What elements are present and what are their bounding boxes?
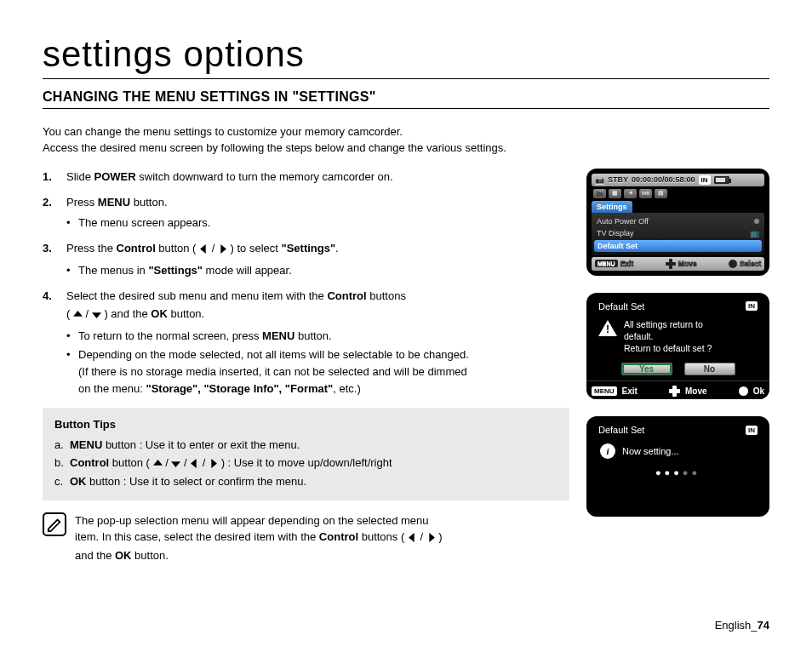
step-4-text-h: button. bbox=[168, 307, 204, 320]
right-arrow-icon bbox=[218, 242, 227, 259]
intro-line-1: You can change the menu settings to cust… bbox=[43, 124, 769, 140]
up-arrow-icon bbox=[153, 456, 163, 473]
step-4: Select the desired sub menu and menu ite… bbox=[43, 288, 569, 397]
focus-icon: ▦ bbox=[609, 189, 621, 198]
mode-icon: 🎬 bbox=[593, 189, 606, 198]
menu-badge: MENU bbox=[595, 260, 618, 267]
exit-label: Exit bbox=[622, 386, 638, 396]
lcd1-row-default-set: Default Set bbox=[594, 240, 762, 252]
left-arrow-icon bbox=[190, 456, 199, 473]
lcd1-stby: STBY bbox=[608, 175, 628, 184]
lcd1-tab: Settings bbox=[592, 201, 632, 213]
step-3-text-g: . bbox=[335, 242, 339, 255]
progress-dots: ●●●●● bbox=[600, 467, 756, 478]
step-2-text-a: Press bbox=[66, 196, 98, 209]
lcd3-header: Default Set IN bbox=[592, 421, 764, 440]
left-arrow-icon bbox=[199, 242, 209, 259]
step-3-sub-1: The menus in "Settings" mode will appear… bbox=[66, 262, 569, 279]
control-label-2: Control bbox=[327, 289, 366, 302]
instructions-column: Slide POWER switch downward to turn the … bbox=[43, 169, 569, 564]
select-label: Select bbox=[740, 260, 761, 268]
menu-label: MENU bbox=[98, 196, 130, 209]
step-2-sub-1: The menu screen appears. bbox=[66, 214, 569, 232]
lcd2-header: Default Set IN bbox=[592, 298, 764, 317]
step-1: Slide POWER switch downward to turn the … bbox=[43, 169, 569, 186]
lcd3-message: Now setting... bbox=[622, 446, 679, 456]
note-text: The pop-up selection menu will appear de… bbox=[75, 512, 443, 564]
in-badge: IN bbox=[746, 426, 758, 435]
step-4-slash: / bbox=[83, 307, 92, 320]
step-3-text-a: Press the bbox=[66, 242, 117, 255]
warning-icon bbox=[598, 320, 617, 336]
page-title: settings options bbox=[43, 34, 769, 79]
no-button[interactable]: No bbox=[684, 363, 735, 375]
nav-cross-icon bbox=[666, 259, 676, 269]
control-label: Control bbox=[117, 242, 156, 255]
step-2-text-c: button. bbox=[130, 196, 167, 209]
up-arrow-icon bbox=[73, 307, 83, 324]
lcd1-icon-row: 🎬 ▦ ☀ WB ▤ bbox=[592, 189, 764, 198]
yes-button[interactable]: Yes bbox=[621, 363, 672, 375]
power-label: POWER bbox=[94, 170, 136, 183]
step-4-text-a: Select the desired sub menu and menu ite… bbox=[66, 289, 327, 302]
step-4-text-f: ) and the bbox=[101, 307, 152, 320]
left-arrow-icon bbox=[408, 530, 417, 547]
down-arrow-icon bbox=[92, 307, 101, 324]
step-4-text-c: buttons bbox=[367, 289, 406, 302]
tip-c: c. OK button : Use it to select or confi… bbox=[54, 473, 558, 490]
tv-icon: 📺 bbox=[750, 229, 759, 237]
section-heading: CHANGING THE MENU SETTINGS IN "SETTINGS" bbox=[43, 89, 769, 109]
info-icon: i bbox=[600, 443, 615, 459]
move-label: Move bbox=[678, 260, 697, 268]
in-badge: IN bbox=[699, 175, 711, 185]
lcd1-row-tv-display: TV Display📺 bbox=[592, 227, 764, 239]
footer-lang: English bbox=[715, 619, 752, 632]
lcd1-list: Auto Power Off TV Display📺 Default Set bbox=[592, 213, 764, 255]
camera-icon: 📷 bbox=[595, 175, 604, 184]
step-4-text-d: ( bbox=[66, 307, 73, 320]
lcd1-bottom-bar: MENUExit Move Select bbox=[592, 257, 764, 271]
right-arrow-icon bbox=[426, 530, 436, 547]
lcd-settings-menu: 📷 STBY 00:00:00/00:58:00 IN 🎬 ▦ ☀ WB ▤ S… bbox=[586, 169, 769, 276]
tips-title: Button Tips bbox=[54, 416, 558, 433]
button-tips-box: Button Tips a. MENU button : Use it to e… bbox=[43, 408, 569, 500]
value-indicator-icon bbox=[754, 219, 759, 224]
note-row: The pop-up selection menu will appear de… bbox=[43, 512, 569, 564]
down-arrow-icon bbox=[171, 456, 180, 473]
step-1-text-c: switch downward to turn the memory camco… bbox=[136, 170, 393, 183]
ok-dot-icon bbox=[729, 260, 737, 268]
lcd2-title: Default Set bbox=[598, 301, 644, 312]
tip-b: b. Control button ( / / / ) : Use it to … bbox=[54, 455, 558, 473]
lcd-now-setting: Default Set IN i Now setting... ●●●●● bbox=[586, 416, 769, 517]
right-arrow-icon bbox=[209, 456, 218, 473]
lcd-previews-column: 📷 STBY 00:00:00/00:58:00 IN 🎬 ▦ ☀ WB ▤ S… bbox=[586, 169, 769, 564]
lcd-default-set-confirm: Default Set IN All settings return to de… bbox=[586, 293, 769, 400]
intro-line-2: Access the desired menu screen by follow… bbox=[43, 140, 769, 157]
exit-label: Exit bbox=[620, 260, 634, 268]
nav-cross-icon bbox=[669, 386, 680, 397]
tip-a: a. MENU button : Use it to enter or exit… bbox=[54, 437, 558, 454]
step-1-text-a: Slide bbox=[66, 170, 94, 183]
in-badge: IN bbox=[746, 301, 758, 311]
step-3-slash: / bbox=[209, 242, 218, 255]
ok-dot-icon bbox=[739, 386, 748, 396]
intro-text: You can change the menu settings to cust… bbox=[43, 124, 769, 157]
quality-icon: ▤ bbox=[655, 189, 667, 198]
footer-page-number: 74 bbox=[758, 619, 769, 632]
lcd1-status-bar: 📷 STBY 00:00:00/00:58:00 IN bbox=[592, 174, 764, 186]
lcd3-title: Default Set bbox=[598, 425, 644, 435]
ev-icon: ☀ bbox=[624, 189, 637, 198]
step-3: Press the Control button ( / ) to select… bbox=[43, 240, 569, 279]
ok-label: Ok bbox=[753, 386, 764, 396]
step-4-sub-1: To return to the normal screen, press ME… bbox=[66, 328, 569, 345]
lcd1-row-auto-power-off: Auto Power Off bbox=[592, 215, 764, 227]
ok-label: OK bbox=[151, 307, 168, 320]
step-4-sub-2: Depending on the mode selected, not all … bbox=[66, 346, 569, 397]
settings-label: "Settings" bbox=[281, 242, 335, 255]
battery-icon bbox=[714, 176, 729, 184]
page-footer: English_74 bbox=[715, 619, 769, 632]
step-2: Press MENU button. The menu screen appea… bbox=[43, 194, 569, 232]
lcd3-message-row: i Now setting... bbox=[600, 443, 756, 459]
wb-icon: WB bbox=[639, 189, 652, 198]
menu-badge: MENU bbox=[592, 386, 617, 396]
